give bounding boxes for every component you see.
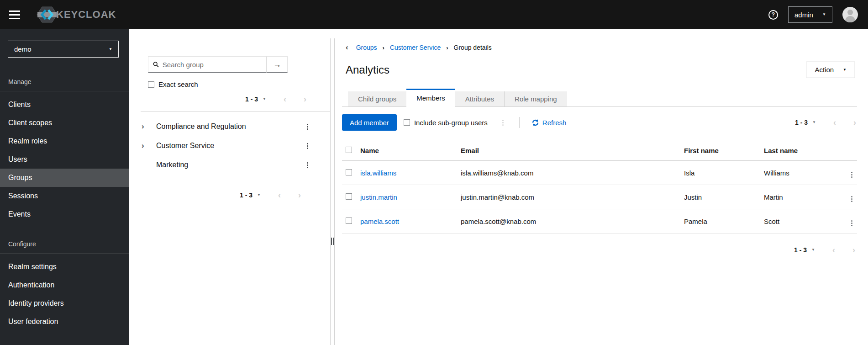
pagination-menu-toggle[interactable]: ▼ [263,97,266,101]
row-checkbox[interactable] [346,218,352,224]
select-all-checkbox[interactable] [346,147,352,153]
help-icon[interactable]: ? [768,10,778,20]
tab-members[interactable]: Members [406,89,455,107]
pagination-menu-toggle[interactable]: ▼ [811,248,815,252]
search-icon [153,61,159,68]
table-header-row: Name Email First name Last name [342,142,857,161]
expand-chevron-icon[interactable]: › [142,141,151,150]
member-username-link[interactable]: pamela.scott [360,218,399,225]
group-name[interactable]: Marketing [156,161,306,169]
row-checkbox[interactable] [346,193,352,200]
sidebar-item-identity-providers[interactable]: Identity providers [0,294,129,313]
toolbar-divider [519,117,520,128]
add-member-button[interactable]: Add member [342,114,397,131]
kebab-menu-icon[interactable] [306,142,309,150]
group-name[interactable]: Customer Service [156,142,306,150]
masthead: KEYCLOAK ? admin ▼ [0,0,868,29]
previous-page-button[interactable]: ‹ [833,118,836,127]
search-submit-button[interactable]: → [267,56,288,73]
column-header-email[interactable]: Email [461,142,684,161]
row-kebab-menu-icon[interactable] [850,195,853,203]
previous-page-button[interactable]: ‹ [832,246,835,254]
tree-item-customer-service[interactable]: › Customer Service [129,136,330,155]
sidebar-item-realm-roles[interactable]: Realm roles [0,132,129,150]
user-menu-dropdown[interactable]: admin ▼ [788,6,832,23]
row-checkbox[interactable] [346,169,352,175]
breadcrumb-link-customer-service[interactable]: Customer Service [390,44,441,51]
table-row: justin.martin justin.martin@knab.com Jus… [342,185,857,209]
realm-selector[interactable]: demo ▼ [8,41,119,58]
nav-section-title: Manage [0,72,129,91]
caret-down-icon: ▼ [109,48,112,51]
member-last-name: Martin [764,185,845,209]
kebab-menu-icon[interactable] [306,123,309,131]
breadcrumb-separator-icon: › [446,44,448,51]
breadcrumb-link-groups[interactable]: Groups [356,44,377,51]
masthead-right: ? admin ▼ [768,6,858,23]
next-page-button[interactable]: › [853,118,856,127]
tree-item-marketing[interactable]: Marketing [129,155,330,175]
include-subgroups-option: Include sub-group users [404,119,488,127]
splitter-grip-icon[interactable] [331,238,334,245]
user-name: admin [794,11,813,19]
sidebar-item-groups[interactable]: Groups [0,169,129,187]
back-chevron-icon[interactable]: ‹ [346,43,348,52]
member-username-link[interactable]: justin.martin [360,193,397,201]
next-page-button[interactable]: › [852,246,855,254]
column-header-last-name[interactable]: Last name [764,142,845,161]
search-group-input[interactable] [163,61,266,69]
next-page-button[interactable]: › [304,95,306,103]
breadcrumb-separator-icon: › [383,44,384,51]
group-tree-pagination-top: 1 - 3 ▼ ‹ › [129,95,306,103]
pagination-range: 1 - 3 [240,191,253,199]
sidebar-item-authentication[interactable]: Authentication [0,276,129,294]
next-page-button[interactable]: › [298,191,301,199]
member-first-name: Isla [684,161,764,185]
exact-search-option: Exact search [148,80,330,88]
previous-page-button[interactable]: ‹ [284,95,286,103]
avatar-head [847,10,853,15]
kebab-menu-icon[interactable] [306,161,309,169]
pagination-menu-toggle[interactable]: ▼ [257,193,261,197]
tab-child-groups[interactable]: Child groups [348,91,406,106]
global-nav-toggle-button[interactable] [7,8,22,22]
column-header-name[interactable]: Name [360,142,461,161]
exact-search-checkbox[interactable] [148,81,154,88]
panel-splitter[interactable] [330,38,335,345]
caret-down-icon: ▼ [843,68,847,72]
pagination-range: 1 - 3 [795,119,808,126]
member-first-name: Pamela [684,209,764,234]
sidebar-item-client-scopes[interactable]: Client scopes [0,114,129,132]
include-subgroups-checkbox[interactable] [404,119,410,126]
expand-chevron-icon[interactable]: › [142,122,151,131]
tab-attributes[interactable]: Attributes [455,91,504,106]
nav-section-manage: Manage Clients Client scopes Realm roles… [0,72,129,223]
column-header-first-name[interactable]: First name [684,142,764,161]
sidebar-item-realm-settings[interactable]: Realm settings [0,258,129,276]
sidebar-item-users[interactable]: Users [0,150,129,169]
sidebar-item-clients[interactable]: Clients [0,96,129,114]
sidebar-item-user-federation[interactable]: User federation [0,313,129,331]
sidebar-item-sessions[interactable]: Sessions [0,187,129,205]
members-toolbar: Add member Include sub-group users Refre… [342,114,857,131]
avatar[interactable] [842,7,858,22]
row-kebab-menu-icon[interactable] [850,171,853,179]
row-kebab-menu-icon[interactable] [850,219,853,227]
keycloak-admin-console: KEYCLOAK ? admin ▼ demo ▼ [0,0,868,345]
member-first-name: Justin [684,185,764,209]
tree-divider [141,111,330,111]
tree-item-compliance-and-regulation[interactable]: › Compliance and Regulation [129,117,330,136]
group-name[interactable]: Compliance and Regulation [156,122,306,131]
arrow-right-icon: → [273,60,281,69]
pagination-menu-toggle[interactable]: ▼ [812,121,816,124]
realm-selector-section: demo ▼ [0,41,129,72]
refresh-button[interactable]: Refresh [532,119,567,127]
tab-role-mapping[interactable]: Role mapping [504,91,567,106]
action-dropdown-button[interactable]: Action ▼ [806,61,855,78]
toolbar-kebab-menu-icon[interactable] [501,119,505,127]
sidebar-item-events[interactable]: Events [0,205,129,223]
member-username-link[interactable]: isla.williams [360,169,396,177]
previous-page-button[interactable]: ‹ [278,191,281,199]
pagination-range: 1 - 3 [245,96,258,103]
refresh-icon [532,119,539,126]
